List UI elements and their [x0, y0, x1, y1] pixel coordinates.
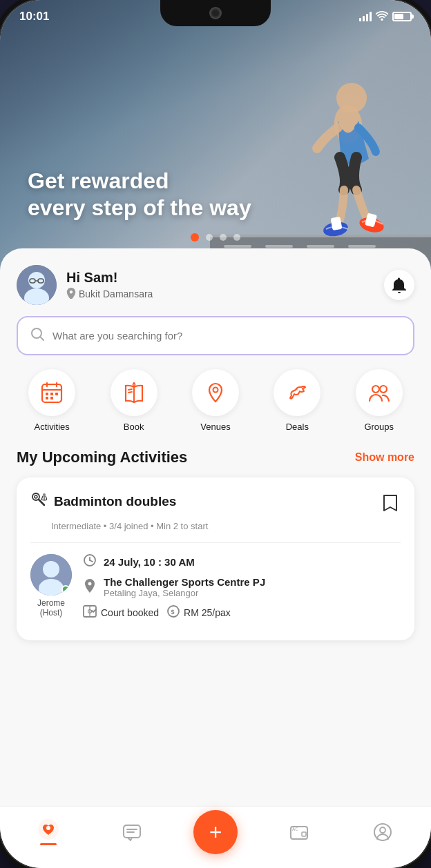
- wifi-icon: [376, 11, 388, 23]
- svg-point-13: [28, 272, 45, 288]
- dot-1[interactable]: [191, 233, 199, 241]
- nav-groups[interactable]: Groups: [356, 369, 403, 432]
- status-time: 10:01: [19, 10, 49, 23]
- bottom-navigation: + AC: [0, 806, 431, 868]
- svg-rect-28: [50, 397, 53, 400]
- nav-profile[interactable]: [362, 822, 403, 842]
- home-active-indicator: [40, 843, 57, 845]
- battery-icon: [392, 12, 412, 21]
- hero-title-line2: every step of the way: [28, 195, 251, 221]
- price-icon: $: [167, 605, 180, 620]
- nav-home[interactable]: [28, 818, 69, 845]
- svg-rect-26: [55, 393, 58, 395]
- nav-deals[interactable]: Deals: [274, 369, 320, 432]
- datetime-row: 24 July, 10 : 30 AM: [83, 554, 401, 569]
- svg-line-19: [40, 337, 44, 340]
- nav-book[interactable]: Book: [111, 369, 157, 432]
- dot-3[interactable]: [220, 234, 227, 241]
- search-input[interactable]: [52, 330, 401, 342]
- notch: [160, 0, 271, 26]
- deals-label: Deals: [286, 422, 309, 432]
- venues-label: Venues: [200, 422, 230, 432]
- svg-point-36: [35, 495, 37, 498]
- activities-section: My Upcoming Activities Show more: [0, 448, 431, 640]
- divider: [30, 542, 401, 543]
- deals-icon-circle: [274, 369, 320, 416]
- status-icons: [359, 11, 412, 23]
- section-title: My Upcoming Activities: [17, 448, 187, 466]
- runner-illustration: [210, 41, 431, 276]
- section-header: My Upcoming Activities Show more: [17, 448, 414, 466]
- category-nav: Activities Book: [0, 369, 431, 448]
- hero-text: Get rewarded every step of the way: [28, 168, 251, 221]
- activities-label: Activities: [35, 422, 70, 432]
- location-pin-icon: [83, 579, 97, 595]
- groups-label: Groups: [364, 422, 394, 432]
- activity-details: Jerome (Host): [30, 554, 401, 627]
- court-icon: [83, 605, 97, 620]
- add-button[interactable]: +: [193, 810, 238, 854]
- booking-row: Court booked $ RM 25/pa: [83, 605, 401, 620]
- sport-icon: [30, 491, 47, 511]
- activity-title-row: Badminton doubles: [30, 491, 176, 511]
- svg-point-58: [380, 827, 385, 833]
- svg-rect-1: [210, 235, 431, 237]
- phone-screen: 10:01: [0, 0, 431, 868]
- nav-add[interactable]: +: [195, 810, 236, 854]
- svg-rect-24: [46, 393, 48, 395]
- main-card: Hi Sam! Bukit Damansara: [0, 248, 431, 806]
- svg-rect-27: [46, 397, 48, 400]
- svg-point-33: [380, 386, 387, 393]
- user-header: Hi Sam! Bukit Damansara: [0, 248, 431, 316]
- svg-rect-10: [307, 245, 334, 248]
- search-container: [0, 316, 431, 369]
- dot-2[interactable]: [206, 234, 213, 241]
- svg-line-43: [90, 560, 93, 562]
- activities-icon-circle: [28, 369, 75, 416]
- host-section: Jerome (Host): [30, 554, 72, 627]
- venues-icon-circle: [192, 369, 239, 416]
- svg-rect-8: [224, 245, 251, 248]
- svg-point-32: [372, 386, 379, 393]
- svg-rect-55: [302, 832, 306, 836]
- svg-point-39: [43, 561, 59, 578]
- notification-button[interactable]: [384, 270, 414, 300]
- host-label: Jerome (Host): [37, 598, 65, 618]
- venue-row: The Challenger Sports Centre PJ Petaling…: [83, 576, 401, 598]
- svg-rect-25: [50, 393, 53, 395]
- activity-name: Badminton doubles: [54, 494, 176, 509]
- activity-meta: Intermediate • 3/4 joined • Min 2 to sta…: [30, 521, 401, 531]
- plus-icon: +: [209, 821, 222, 843]
- svg-text:AC: AC: [292, 827, 298, 832]
- location-row: Bukit Damansara: [66, 288, 374, 301]
- camera: [211, 8, 220, 18]
- venue-name: The Challenger Sports Centre PJ: [104, 576, 265, 588]
- show-more-button[interactable]: Show more: [355, 451, 414, 464]
- svg-rect-51: [124, 825, 140, 838]
- hero-title-line1: Get rewarded: [28, 168, 251, 194]
- hero-banner: Get rewarded every step of the way: [0, 0, 431, 276]
- search-box[interactable]: [17, 316, 414, 355]
- svg-point-3: [336, 83, 367, 113]
- avatar: [17, 265, 57, 305]
- nav-venues[interactable]: Venues: [192, 369, 239, 432]
- nav-activities[interactable]: Activities: [28, 369, 75, 432]
- groups-icon-circle: [356, 369, 403, 416]
- svg-rect-9: [265, 245, 293, 248]
- activity-card: Badminton doubles Intermediate • 3/4 joi…: [17, 477, 414, 640]
- datetime-text: 24 July, 10 : 30 AM: [104, 556, 195, 568]
- dot-4[interactable]: [233, 234, 240, 241]
- bookmark-button[interactable]: [380, 491, 401, 517]
- court-text: Court booked: [101, 607, 159, 618]
- svg-rect-11: [348, 245, 376, 248]
- svg-text:$: $: [171, 609, 175, 615]
- carousel-dots: [191, 233, 240, 241]
- activity-header: Badminton doubles: [30, 491, 401, 517]
- nav-wallet[interactable]: AC: [278, 822, 320, 842]
- book-label: Book: [124, 422, 144, 432]
- greeting-text: Hi Sam!: [66, 270, 374, 286]
- nav-messages[interactable]: [111, 822, 153, 842]
- svg-point-31: [304, 386, 306, 388]
- book-icon-circle: [111, 369, 157, 416]
- venue-sub: Petaling Jaya, Selangor: [104, 588, 265, 598]
